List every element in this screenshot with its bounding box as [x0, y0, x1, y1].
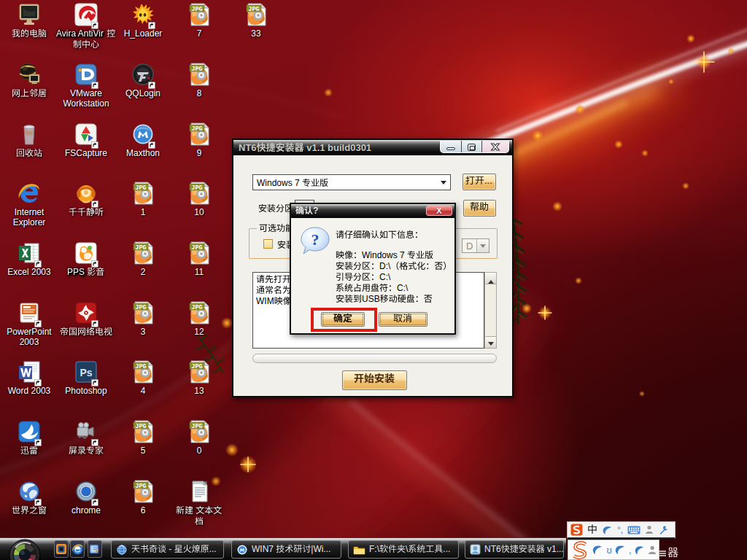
svg-text:C:\: C:\ — [379, 272, 391, 282]
svg-text:WIN7: WIN7 — [252, 544, 276, 554]
svg-text:Windows 7: Windows 7 — [257, 178, 302, 188]
svg-text:Avira AntiVir: Avira AntiVir — [56, 28, 106, 39]
svg-text:NT6: NT6 — [484, 544, 501, 554]
svg-text:WIM: WIM — [256, 296, 274, 306]
svg-text:D:\: D:\ — [379, 261, 391, 271]
svg-text:-: - — [166, 544, 174, 554]
svg-text:v1...: v1... — [545, 544, 564, 554]
svg-text:?: ? — [311, 230, 320, 249]
svg-text:...: ... — [443, 544, 450, 554]
svg-text:USB: USB — [362, 294, 380, 304]
svg-text:...: ... — [209, 544, 217, 554]
svg-text:C:\: C:\ — [397, 283, 409, 293]
svg-text:Windows 7: Windows 7 — [362, 250, 407, 260]
svg-text:?: ? — [313, 206, 318, 216]
svg-text:|Wi...: |Wi... — [311, 544, 330, 554]
svg-text:F:\: F:\ — [369, 544, 380, 554]
svg-text:PPS: PPS — [67, 267, 87, 277]
svg-text:...: ... — [484, 175, 492, 186]
svg-text:NT6: NT6 — [239, 142, 257, 153]
svg-text:\: \ — [406, 544, 409, 554]
svg-text:v1.1 build0301: v1.1 build0301 — [304, 142, 372, 153]
